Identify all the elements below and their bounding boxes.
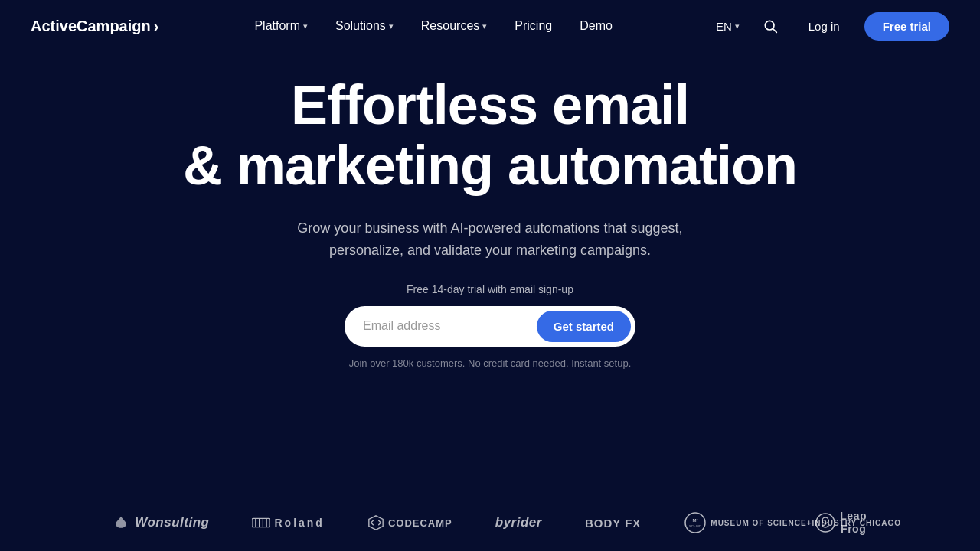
svg-point-8 xyxy=(685,513,705,533)
svg-point-12 xyxy=(822,517,828,523)
hero-title-line2: & marketing automation xyxy=(183,135,797,196)
login-button[interactable]: Log in xyxy=(793,14,855,39)
logo-leapfrog: LeapFrog xyxy=(815,510,867,536)
brand-symbol: › xyxy=(154,18,159,35)
nav-solutions[interactable]: Solutions ▾ xyxy=(325,13,404,39)
chevron-down-icon: ▾ xyxy=(389,21,394,31)
email-signup-form: Get started xyxy=(345,306,635,347)
svg-rect-2 xyxy=(252,519,270,527)
svg-text:M²: M² xyxy=(693,518,698,523)
museum-icon: M² SCI+IND xyxy=(684,511,707,534)
hero-subtitle: Grow your business with AI-powered autom… xyxy=(276,217,704,262)
hero-trial-label: Free 14-day trial with email sign-up xyxy=(407,283,573,295)
svg-text:SCI+IND: SCI+IND xyxy=(689,524,701,528)
logo-wonsulting: Wonsulting xyxy=(113,515,209,531)
get-started-button[interactable]: Get started xyxy=(537,311,631,342)
wonsulting-icon xyxy=(113,515,129,530)
search-button[interactable] xyxy=(756,12,784,40)
nav-demo[interactable]: Demo xyxy=(569,13,623,39)
email-input[interactable] xyxy=(363,319,531,333)
navbar: ActiveCampaign › Platform ▾ Solutions ▾ … xyxy=(0,0,980,52)
hero-title-line1: Effortless email xyxy=(291,75,689,135)
leapfrog-icon xyxy=(815,512,836,533)
nav-resources[interactable]: Resources ▾ xyxy=(410,13,498,39)
logo-museum: M² SCI+IND museum of science+industry ch… xyxy=(684,511,772,534)
nav-platform[interactable]: Platform ▾ xyxy=(243,13,318,39)
svg-point-11 xyxy=(816,514,835,532)
hero-note: Join over 180k customers. No credit card… xyxy=(349,357,632,369)
hero-section: Effortless email & marketing automation … xyxy=(0,52,980,406)
search-icon xyxy=(763,18,778,34)
roland-icon xyxy=(252,517,270,528)
logos-strip: Wonsulting Roland CODECAMP by xyxy=(0,494,980,551)
language-selector[interactable]: EN ▾ xyxy=(708,14,747,39)
logo-bodyfx: BODY FX xyxy=(585,517,641,530)
svg-line-1 xyxy=(773,29,777,33)
chevron-down-icon: ▾ xyxy=(303,21,308,31)
logo-roland: Roland xyxy=(252,517,324,529)
brand-name: ActiveCampaign xyxy=(31,18,151,35)
logo-codecamp: CODECAMP xyxy=(368,514,452,531)
chevron-down-icon: ▾ xyxy=(735,21,740,31)
brand-logo[interactable]: ActiveCampaign › xyxy=(31,18,158,35)
logo-byrider: byrider xyxy=(495,515,542,530)
free-trial-button[interactable]: Free trial xyxy=(864,12,949,41)
nav-pricing[interactable]: Pricing xyxy=(504,13,563,39)
navbar-actions: EN ▾ Log in Free trial xyxy=(708,12,949,41)
chevron-down-icon: ▾ xyxy=(482,21,487,31)
codecamp-icon xyxy=(368,514,384,531)
nav-links: Platform ▾ Solutions ▾ Resources ▾ Prici… xyxy=(243,13,622,39)
